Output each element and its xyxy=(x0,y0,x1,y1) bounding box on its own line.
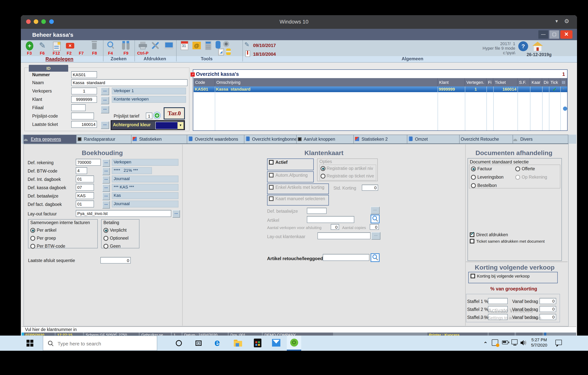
col-kaar[interactable]: Kaar xyxy=(530,78,542,87)
edge-icon[interactable]: e xyxy=(214,337,220,348)
webcam-icon[interactable] xyxy=(223,41,229,47)
calculator-icon[interactable] xyxy=(205,41,211,50)
delete-icon[interactable]: ✕ xyxy=(66,43,74,49)
store-icon[interactable] xyxy=(254,339,262,347)
tab-extra-gegevens[interactable]: Extra gegevens xyxy=(23,135,76,144)
monitor-icon[interactable] xyxy=(164,42,174,49)
registratie-ticket-radio[interactable] xyxy=(321,174,326,179)
clock-date[interactable]: 5/7/2020 xyxy=(530,343,549,347)
tar0-button[interactable]: Tar.0 xyxy=(164,107,185,120)
btw-lookup-button[interactable]: ... xyxy=(102,168,110,175)
betaling-geen-radio[interactable] xyxy=(104,244,108,249)
start-button[interactable] xyxy=(27,340,33,347)
kk-artikel-field[interactable] xyxy=(307,216,354,223)
btw-field[interactable] xyxy=(76,167,87,174)
betaling-verplicht-radio[interactable] xyxy=(104,228,108,233)
rekening-field[interactable] xyxy=(76,159,101,166)
calendar-icon[interactable]: 31 xyxy=(181,41,188,50)
tray-battery-icon[interactable] xyxy=(502,341,508,344)
tray-chevron-icon[interactable]: ⌃ xyxy=(483,341,488,347)
fact-dagboek-lookup-button[interactable]: ... xyxy=(102,201,110,209)
tab-overzicht-waardebons[interactable]: Overzicht waardebons xyxy=(187,135,244,144)
enkel-checkbox[interactable] xyxy=(269,185,273,190)
col-vertegen[interactable]: Vertegen. xyxy=(465,78,486,87)
help-icon[interactable]: ? xyxy=(518,41,528,51)
verkopers-field[interactable] xyxy=(71,88,97,94)
kk-betaalwijze-field[interactable] xyxy=(307,208,326,214)
registratie-artikel-radio[interactable] xyxy=(321,166,326,171)
naam-field[interactable] xyxy=(71,79,188,86)
staffel2-bedrag-field[interactable] xyxy=(539,306,556,312)
email-icon[interactable]: @ xyxy=(192,42,201,49)
laatste-ticket-lookup-button[interactable]: ... xyxy=(101,121,109,129)
kaart-manueel-checkbox[interactable] xyxy=(269,196,273,201)
aantal-copies-field[interactable] xyxy=(370,224,379,230)
col-fi[interactable]: Fi xyxy=(486,78,493,87)
leveringsbon-radio[interactable] xyxy=(471,175,476,180)
int-dagboek-field[interactable] xyxy=(76,176,94,182)
fact-dagboek-field[interactable] xyxy=(76,201,94,207)
taskbar-search[interactable] xyxy=(43,336,157,351)
prijslijst-tarief-field[interactable] xyxy=(146,113,152,119)
clock-time[interactable]: 5:27 PM xyxy=(530,337,549,342)
op-rekening-radio[interactable] xyxy=(515,175,520,180)
std-korting-field[interactable] xyxy=(362,185,378,191)
verkopers-lookup-button[interactable]: ... xyxy=(101,88,109,95)
home-icon[interactable] xyxy=(532,41,543,52)
staffel1-field[interactable] xyxy=(488,298,508,304)
table-menu-cell[interactable]: ▤ xyxy=(560,78,567,87)
tab-overzicht-retouche[interactable]: Overzicht Retouche xyxy=(460,135,513,144)
tab-aan-uit-knoppen[interactable]: Aan/uit knoppen xyxy=(297,135,354,144)
table-scroll-up-icon[interactable]: ▲ xyxy=(562,87,565,89)
filiaal-field[interactable] xyxy=(71,104,86,111)
staffel1-bedrag-field[interactable] xyxy=(539,298,556,304)
layout-klantenkaart-lookup-button[interactable]: ... xyxy=(371,232,380,240)
active-app-highlight[interactable] xyxy=(287,336,301,351)
binoculars-icon[interactable] xyxy=(122,41,130,50)
tab-omzet[interactable]: Omzet xyxy=(407,135,460,144)
betaalwijze-lookup-button[interactable]: ... xyxy=(102,193,110,200)
ticket-samen-checkbox[interactable] xyxy=(470,239,474,243)
col-tick[interactable]: Tick xyxy=(549,78,560,87)
tray-sync-icon[interactable] xyxy=(492,339,498,346)
tarief-add-button[interactable]: + xyxy=(154,112,160,119)
achtergrond-dropdown-button[interactable]: ▼ xyxy=(177,122,184,129)
file-explorer-icon[interactable] xyxy=(234,340,242,347)
kassa-dagboek-field[interactable] xyxy=(76,184,94,191)
factuur-radio[interactable] xyxy=(471,166,476,171)
action-center-icon[interactable] xyxy=(556,340,562,345)
window-scrollbar-thumb[interactable] xyxy=(563,107,567,111)
tab-statistieken[interactable]: Statistieken xyxy=(131,135,187,144)
rekening-lookup-button[interactable]: ... xyxy=(102,159,110,167)
klant-lookup-button[interactable]: ... xyxy=(101,97,109,104)
direct-afdrukken-checkbox[interactable] xyxy=(470,232,474,237)
tools-icon[interactable] xyxy=(151,41,160,50)
col-ticket[interactable]: Ticket xyxy=(493,78,517,87)
table-zoom-icon[interactable]: ↗ xyxy=(190,72,195,77)
col-omschrijving[interactable]: Omschrijving xyxy=(215,78,438,87)
trash-icon[interactable] xyxy=(91,41,97,49)
maximize-button[interactable]: ▢ xyxy=(549,30,559,39)
close-button[interactable]: ✕ xyxy=(560,30,572,39)
search-icon[interactable] xyxy=(107,41,115,50)
tab-divers[interactable]: Divers xyxy=(513,135,568,144)
achtergrond-color-swatch[interactable] xyxy=(155,122,178,129)
col-code[interactable]: Code xyxy=(194,78,215,87)
col-klant[interactable]: Klant xyxy=(438,78,465,87)
task-view-icon[interactable] xyxy=(196,341,201,346)
drum-icon[interactable] xyxy=(216,41,220,49)
search-input[interactable] xyxy=(57,339,153,348)
korting-checkbox[interactable] xyxy=(471,274,475,278)
tray-network-icon[interactable] xyxy=(512,339,517,344)
jar-icon[interactable] xyxy=(226,49,231,55)
samenvoegen-per-artikel-radio[interactable] xyxy=(30,228,35,233)
autom-checkbox[interactable] xyxy=(269,173,273,177)
artikel-retouche-search-button[interactable] xyxy=(370,253,380,262)
klant-field[interactable] xyxy=(71,96,97,103)
tab-randapparatuur[interactable]: Randapparatuur xyxy=(76,135,131,144)
betaling-optioneel-radio[interactable] xyxy=(104,236,108,241)
minimize-button[interactable]: — xyxy=(538,30,548,39)
kassa-dagboek-lookup-button[interactable]: ... xyxy=(102,184,110,192)
laatste-ticket-field[interactable] xyxy=(71,121,97,128)
kk-betaalwijze-lookup-button[interactable]: ... xyxy=(370,207,380,214)
